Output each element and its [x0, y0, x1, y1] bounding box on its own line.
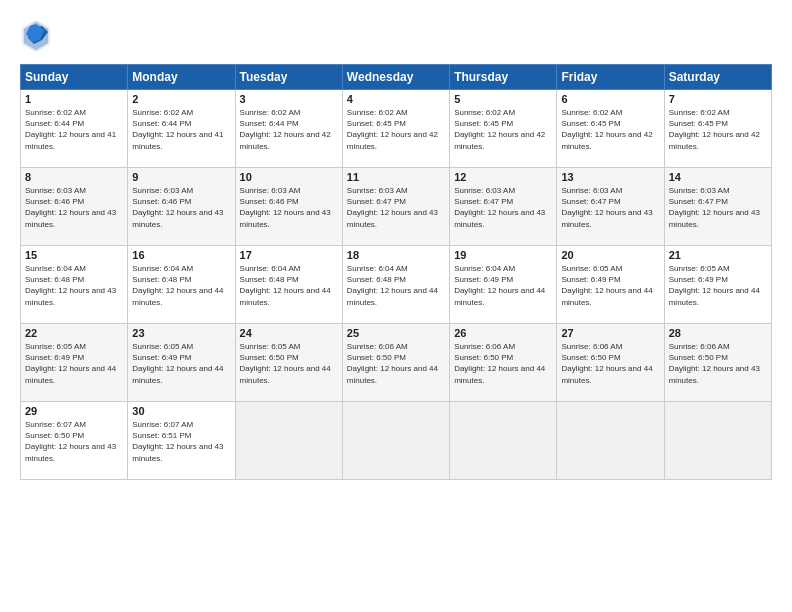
calendar-cell: 7Sunrise: 6:02 AMSunset: 6:45 PMDaylight…	[664, 90, 771, 168]
calendar-header-row: Sunday Monday Tuesday Wednesday Thursday…	[21, 65, 772, 90]
day-number: 26	[454, 327, 552, 339]
header	[20, 18, 772, 54]
day-number: 10	[240, 171, 338, 183]
logo-icon	[20, 18, 52, 54]
day-info: Sunrise: 6:02 AMSunset: 6:45 PMDaylight:…	[561, 108, 652, 151]
calendar-week-row: 22Sunrise: 6:05 AMSunset: 6:49 PMDayligh…	[21, 324, 772, 402]
calendar-cell: 13Sunrise: 6:03 AMSunset: 6:47 PMDayligh…	[557, 168, 664, 246]
calendar-body: 1Sunrise: 6:02 AMSunset: 6:44 PMDaylight…	[21, 90, 772, 480]
calendar-cell: 23Sunrise: 6:05 AMSunset: 6:49 PMDayligh…	[128, 324, 235, 402]
day-info: Sunrise: 6:06 AMSunset: 6:50 PMDaylight:…	[561, 342, 652, 385]
calendar-week-row: 1Sunrise: 6:02 AMSunset: 6:44 PMDaylight…	[21, 90, 772, 168]
day-info: Sunrise: 6:03 AMSunset: 6:47 PMDaylight:…	[347, 186, 438, 229]
day-info: Sunrise: 6:05 AMSunset: 6:49 PMDaylight:…	[132, 342, 223, 385]
day-info: Sunrise: 6:02 AMSunset: 6:44 PMDaylight:…	[132, 108, 223, 151]
day-info: Sunrise: 6:03 AMSunset: 6:47 PMDaylight:…	[561, 186, 652, 229]
calendar-cell: 19Sunrise: 6:04 AMSunset: 6:49 PMDayligh…	[450, 246, 557, 324]
day-info: Sunrise: 6:07 AMSunset: 6:50 PMDaylight:…	[25, 420, 116, 463]
day-number: 9	[132, 171, 230, 183]
calendar-cell	[450, 402, 557, 480]
calendar-cell: 8Sunrise: 6:03 AMSunset: 6:46 PMDaylight…	[21, 168, 128, 246]
day-number: 11	[347, 171, 445, 183]
calendar-cell: 1Sunrise: 6:02 AMSunset: 6:44 PMDaylight…	[21, 90, 128, 168]
calendar-cell: 18Sunrise: 6:04 AMSunset: 6:48 PMDayligh…	[342, 246, 449, 324]
calendar-cell: 28Sunrise: 6:06 AMSunset: 6:50 PMDayligh…	[664, 324, 771, 402]
day-number: 30	[132, 405, 230, 417]
calendar-cell: 5Sunrise: 6:02 AMSunset: 6:45 PMDaylight…	[450, 90, 557, 168]
calendar-cell: 10Sunrise: 6:03 AMSunset: 6:46 PMDayligh…	[235, 168, 342, 246]
day-info: Sunrise: 6:04 AMSunset: 6:48 PMDaylight:…	[132, 264, 223, 307]
day-number: 13	[561, 171, 659, 183]
day-info: Sunrise: 6:04 AMSunset: 6:48 PMDaylight:…	[240, 264, 331, 307]
day-number: 2	[132, 93, 230, 105]
day-number: 16	[132, 249, 230, 261]
day-number: 25	[347, 327, 445, 339]
day-number: 17	[240, 249, 338, 261]
day-info: Sunrise: 6:02 AMSunset: 6:45 PMDaylight:…	[454, 108, 545, 151]
day-info: Sunrise: 6:02 AMSunset: 6:44 PMDaylight:…	[240, 108, 331, 151]
calendar-week-row: 15Sunrise: 6:04 AMSunset: 6:48 PMDayligh…	[21, 246, 772, 324]
day-info: Sunrise: 6:02 AMSunset: 6:44 PMDaylight:…	[25, 108, 116, 151]
col-monday: Monday	[128, 65, 235, 90]
day-number: 5	[454, 93, 552, 105]
day-info: Sunrise: 6:02 AMSunset: 6:45 PMDaylight:…	[669, 108, 760, 151]
day-info: Sunrise: 6:03 AMSunset: 6:46 PMDaylight:…	[132, 186, 223, 229]
day-info: Sunrise: 6:04 AMSunset: 6:48 PMDaylight:…	[25, 264, 116, 307]
day-number: 23	[132, 327, 230, 339]
logo	[20, 18, 52, 54]
page: Sunday Monday Tuesday Wednesday Thursday…	[0, 0, 792, 612]
day-number: 14	[669, 171, 767, 183]
day-number: 4	[347, 93, 445, 105]
calendar-cell: 17Sunrise: 6:04 AMSunset: 6:48 PMDayligh…	[235, 246, 342, 324]
calendar-cell: 12Sunrise: 6:03 AMSunset: 6:47 PMDayligh…	[450, 168, 557, 246]
calendar-cell: 24Sunrise: 6:05 AMSunset: 6:50 PMDayligh…	[235, 324, 342, 402]
calendar-cell: 22Sunrise: 6:05 AMSunset: 6:49 PMDayligh…	[21, 324, 128, 402]
calendar-cell: 4Sunrise: 6:02 AMSunset: 6:45 PMDaylight…	[342, 90, 449, 168]
day-number: 27	[561, 327, 659, 339]
calendar-cell: 2Sunrise: 6:02 AMSunset: 6:44 PMDaylight…	[128, 90, 235, 168]
col-saturday: Saturday	[664, 65, 771, 90]
day-info: Sunrise: 6:07 AMSunset: 6:51 PMDaylight:…	[132, 420, 223, 463]
calendar-cell: 25Sunrise: 6:06 AMSunset: 6:50 PMDayligh…	[342, 324, 449, 402]
day-info: Sunrise: 6:03 AMSunset: 6:47 PMDaylight:…	[454, 186, 545, 229]
day-info: Sunrise: 6:02 AMSunset: 6:45 PMDaylight:…	[347, 108, 438, 151]
calendar-cell: 21Sunrise: 6:05 AMSunset: 6:49 PMDayligh…	[664, 246, 771, 324]
col-tuesday: Tuesday	[235, 65, 342, 90]
day-info: Sunrise: 6:03 AMSunset: 6:47 PMDaylight:…	[669, 186, 760, 229]
calendar-cell	[235, 402, 342, 480]
day-number: 7	[669, 93, 767, 105]
day-number: 24	[240, 327, 338, 339]
day-number: 22	[25, 327, 123, 339]
day-number: 12	[454, 171, 552, 183]
day-number: 3	[240, 93, 338, 105]
col-thursday: Thursday	[450, 65, 557, 90]
calendar-week-row: 8Sunrise: 6:03 AMSunset: 6:46 PMDaylight…	[21, 168, 772, 246]
calendar-cell: 3Sunrise: 6:02 AMSunset: 6:44 PMDaylight…	[235, 90, 342, 168]
calendar-cell: 9Sunrise: 6:03 AMSunset: 6:46 PMDaylight…	[128, 168, 235, 246]
day-info: Sunrise: 6:05 AMSunset: 6:50 PMDaylight:…	[240, 342, 331, 385]
day-number: 19	[454, 249, 552, 261]
calendar-cell	[342, 402, 449, 480]
day-number: 18	[347, 249, 445, 261]
day-info: Sunrise: 6:05 AMSunset: 6:49 PMDaylight:…	[25, 342, 116, 385]
calendar-table: Sunday Monday Tuesday Wednesday Thursday…	[20, 64, 772, 480]
day-info: Sunrise: 6:06 AMSunset: 6:50 PMDaylight:…	[454, 342, 545, 385]
calendar-cell	[557, 402, 664, 480]
calendar-cell: 26Sunrise: 6:06 AMSunset: 6:50 PMDayligh…	[450, 324, 557, 402]
day-info: Sunrise: 6:06 AMSunset: 6:50 PMDaylight:…	[347, 342, 438, 385]
day-info: Sunrise: 6:03 AMSunset: 6:46 PMDaylight:…	[25, 186, 116, 229]
col-wednesday: Wednesday	[342, 65, 449, 90]
day-number: 28	[669, 327, 767, 339]
calendar-cell: 11Sunrise: 6:03 AMSunset: 6:47 PMDayligh…	[342, 168, 449, 246]
day-number: 15	[25, 249, 123, 261]
day-info: Sunrise: 6:05 AMSunset: 6:49 PMDaylight:…	[669, 264, 760, 307]
day-info: Sunrise: 6:03 AMSunset: 6:46 PMDaylight:…	[240, 186, 331, 229]
calendar-cell: 15Sunrise: 6:04 AMSunset: 6:48 PMDayligh…	[21, 246, 128, 324]
calendar-cell: 27Sunrise: 6:06 AMSunset: 6:50 PMDayligh…	[557, 324, 664, 402]
calendar-cell: 14Sunrise: 6:03 AMSunset: 6:47 PMDayligh…	[664, 168, 771, 246]
calendar-cell: 30Sunrise: 6:07 AMSunset: 6:51 PMDayligh…	[128, 402, 235, 480]
day-number: 20	[561, 249, 659, 261]
col-friday: Friday	[557, 65, 664, 90]
day-number: 8	[25, 171, 123, 183]
calendar-cell: 6Sunrise: 6:02 AMSunset: 6:45 PMDaylight…	[557, 90, 664, 168]
